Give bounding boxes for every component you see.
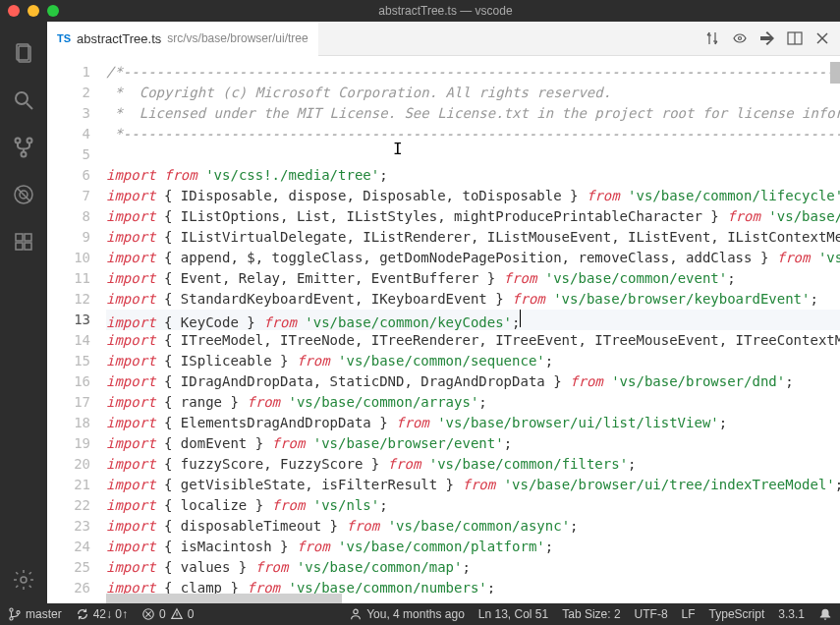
code-line[interactable]: import { IDragAndDropData, StaticDND, Dr…: [106, 371, 840, 392]
tab-bar: TS abstractTree.ts src/vs/base/browser/u…: [47, 22, 840, 56]
git-sync[interactable]: 42↓ 0↑: [76, 607, 128, 621]
svg-point-21: [10, 617, 13, 620]
code-line[interactable]: import { ElementsDragAndDropData } from …: [106, 413, 840, 433]
settings-gear-icon[interactable]: [0, 556, 47, 603]
code-content[interactable]: /*--------------------------------------…: [106, 56, 840, 594]
line-number: 20: [47, 454, 90, 475]
cursor-position[interactable]: Ln 13, Col 51: [478, 607, 548, 621]
git-branch[interactable]: master: [8, 607, 62, 621]
maximize-window-button[interactable]: [47, 5, 59, 17]
activity-bar: [0, 22, 47, 603]
code-line[interactable]: import { ITreeModel, ITreeNode, ITreeRen…: [106, 330, 840, 351]
status-bar: master 42↓ 0↑ 0 0 You, 4 months ago Ln 1…: [0, 603, 840, 625]
svg-point-4: [16, 139, 21, 143]
svg-line-3: [27, 103, 32, 109]
code-line[interactable]: import { values } from 'vs/base/common/m…: [106, 557, 840, 578]
svg-point-6: [22, 152, 27, 157]
code-line[interactable]: import { fuzzyScore, FuzzyScore } from '…: [106, 454, 840, 475]
line-number: 9: [47, 227, 90, 248]
tab-filename: abstractTree.ts: [77, 31, 161, 46]
close-window-button[interactable]: [8, 5, 20, 17]
line-number: 15: [47, 351, 90, 371]
split-editor-icon[interactable]: [787, 30, 803, 46]
code-line[interactable]: import { IListOptions, List, IListStyles…: [106, 206, 840, 227]
compare-changes-icon[interactable]: [704, 30, 720, 46]
svg-point-2: [16, 92, 28, 104]
close-icon[interactable]: [814, 30, 830, 46]
notification-bell-icon[interactable]: [818, 607, 832, 621]
git-blame[interactable]: You, 4 months ago: [349, 607, 465, 621]
line-number: 7: [47, 186, 90, 206]
code-line[interactable]: * Copyright (c) Microsoft Corporation. A…: [106, 83, 840, 103]
code-line[interactable]: import { Event, Relay, Emitter, EventBuf…: [106, 268, 840, 289]
run-code-icon[interactable]: [759, 30, 775, 46]
horizontal-scrollbar[interactable]: [47, 594, 840, 603]
svg-rect-11: [16, 243, 23, 250]
source-control-icon[interactable]: [0, 124, 47, 171]
code-line[interactable]: import { localize } from 'vs/nls';: [106, 495, 840, 516]
editor-tab[interactable]: TS abstractTree.ts src/vs/base/browser/u…: [47, 22, 318, 56]
code-line[interactable]: * Licensed under the MIT License. See Li…: [106, 103, 840, 124]
line-number: 13: [47, 310, 90, 330]
code-line[interactable]: /*--------------------------------------…: [106, 62, 840, 83]
window-title: abstractTree.ts — vscode: [59, 4, 832, 18]
line-number: 8: [47, 206, 90, 227]
minimize-window-button[interactable]: [28, 5, 39, 17]
window-controls: [8, 5, 59, 17]
line-number: 1: [47, 62, 90, 83]
code-line[interactable]: import { disposableTimeout } from 'vs/ba…: [106, 516, 840, 537]
code-line[interactable]: import { StandardKeyboardEvent, IKeyboar…: [106, 289, 840, 310]
debug-icon[interactable]: [0, 171, 47, 218]
code-line[interactable]: import { domEvent } from 'vs/base/browse…: [106, 433, 840, 454]
code-line[interactable]: *---------------------------------------…: [106, 124, 840, 144]
code-line[interactable]: [106, 144, 840, 165]
svg-rect-12: [25, 243, 31, 250]
line-number: 14: [47, 330, 90, 351]
code-line[interactable]: import { ISpliceable } from 'vs/base/com…: [106, 351, 840, 371]
typescript-file-icon: TS: [57, 32, 71, 44]
svg-point-14: [21, 577, 27, 583]
line-number: 17: [47, 392, 90, 413]
line-number: 24: [47, 537, 90, 557]
explorer-icon[interactable]: [0, 29, 47, 77]
code-line[interactable]: import { KeyCode } from 'vs/base/common/…: [106, 310, 840, 330]
svg-point-20: [10, 608, 13, 611]
line-number: 22: [47, 495, 90, 516]
horizontal-scrollbar-thumb[interactable]: [106, 594, 342, 603]
code-line[interactable]: import { IListVirtualDelegate, IListRend…: [106, 227, 840, 248]
code-editor[interactable]: 1234567891011121314151617181920212223242…: [47, 56, 840, 594]
show-preview-icon[interactable]: [732, 30, 748, 46]
line-number: 19: [47, 433, 90, 454]
typescript-version[interactable]: 3.3.1: [778, 607, 805, 621]
line-number: 16: [47, 371, 90, 392]
line-number: 25: [47, 557, 90, 578]
code-line[interactable]: import { append, $, toggleClass, getDomN…: [106, 248, 840, 268]
code-line[interactable]: import { isMacintosh } from 'vs/base/com…: [106, 537, 840, 557]
svg-point-22: [17, 611, 20, 614]
svg-rect-10: [16, 234, 23, 241]
minimap-slider[interactable]: [830, 62, 840, 84]
problems[interactable]: 0 0: [141, 607, 194, 621]
line-number-gutter: 1234567891011121314151617181920212223242…: [47, 56, 106, 594]
svg-point-27: [354, 609, 358, 613]
svg-point-5: [28, 139, 32, 143]
encoding[interactable]: UTF-8: [635, 607, 668, 621]
line-number: 11: [47, 268, 90, 289]
code-line[interactable]: import { clamp } from 'vs/base/common/nu…: [106, 578, 840, 594]
svg-rect-13: [25, 234, 31, 241]
language-mode[interactable]: TypeScript: [709, 607, 765, 621]
line-number: 6: [47, 165, 90, 186]
eol[interactable]: LF: [682, 607, 696, 621]
code-line[interactable]: import { IDisposable, dispose, Disposabl…: [106, 186, 840, 206]
svg-line-8: [17, 188, 30, 201]
code-line[interactable]: import { range } from 'vs/base/common/ar…: [106, 392, 840, 413]
search-icon[interactable]: [0, 77, 47, 124]
code-line[interactable]: import from 'vs/css!./media/tree';: [106, 165, 840, 186]
extensions-icon[interactable]: [0, 218, 47, 265]
tab-size[interactable]: Tab Size: 2: [562, 607, 620, 621]
line-number: 5: [47, 144, 90, 165]
line-number: 21: [47, 475, 90, 495]
code-line[interactable]: import { getVisibleState, isFilterResult…: [106, 475, 840, 495]
line-number: 18: [47, 413, 90, 433]
line-number: 12: [47, 289, 90, 310]
